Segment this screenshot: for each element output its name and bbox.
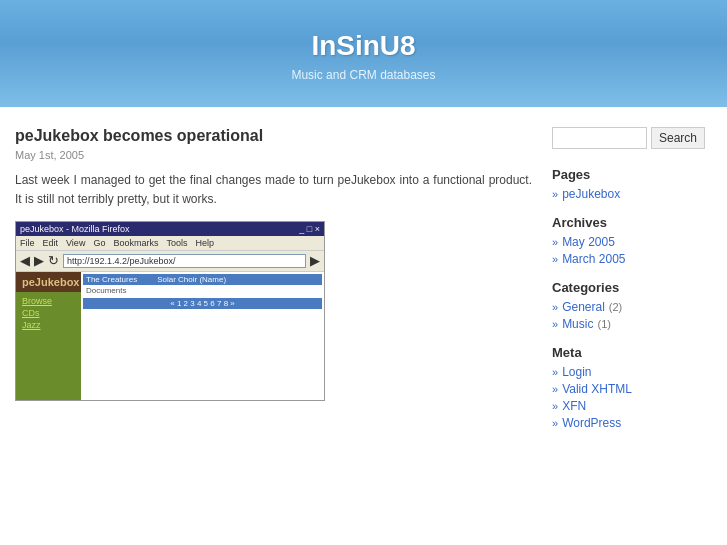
pagination: « 1 2 3 4 5 6 7 8 » [83, 298, 322, 309]
meta-label-login: Login [562, 365, 591, 379]
archive-label-mar: March 2005 [562, 252, 625, 266]
app-right-panel: The Creatures Solar Choir (Name) Documen… [81, 272, 324, 401]
page-wrapper: InSinU8 Music and CRM databases peJukebo… [0, 0, 727, 545]
app-left-panel: peJukebox Browse CDs Jazz [16, 272, 81, 401]
menu-tools: Tools [166, 238, 187, 248]
back-icon: ◀ [20, 253, 30, 269]
category-link-music[interactable]: Music (1) [552, 317, 712, 331]
screenshot-menubar: File Edit View Go Bookmarks Tools Help [16, 236, 324, 251]
forward-icon: ▶ [34, 253, 44, 269]
pages-title: Pages [552, 167, 712, 182]
category-link-general[interactable]: General (2) [552, 300, 712, 314]
blog-post: peJukebox becomes operational May 1st, 2… [15, 127, 532, 401]
meta-section: Meta Login Valid XHTML XFN WordPress [552, 345, 712, 430]
archive-link-may2005[interactable]: May 2005 [552, 235, 712, 249]
table-header: The Creatures Solar Choir (Name) [83, 274, 322, 285]
category-label-general: General [562, 300, 605, 314]
category-count-general: (2) [609, 301, 622, 313]
app-name: peJukebox [16, 272, 81, 292]
archives-title: Archives [552, 215, 712, 230]
nav-jazz: Jazz [22, 320, 75, 330]
screenshot-close-buttons: _ □ × [299, 224, 320, 234]
screenshot-titlebar: peJukebox - Mozilla Firefox _ □ × [16, 222, 324, 236]
content-area: peJukebox becomes operational May 1st, 2… [0, 107, 727, 464]
search-input[interactable] [552, 127, 647, 149]
post-screenshot: peJukebox - Mozilla Firefox _ □ × File E… [15, 221, 325, 401]
page-link-pejukebox[interactable]: peJukebox [552, 187, 712, 201]
menu-bookmarks: Bookmarks [113, 238, 158, 248]
site-subtitle: Music and CRM databases [20, 68, 707, 82]
app-nav: Browse CDs Jazz [16, 292, 81, 336]
categories-title: Categories [552, 280, 712, 295]
pages-section: Pages peJukebox [552, 167, 712, 201]
go-icon: ▶ [310, 253, 320, 269]
meta-link-xhtml[interactable]: Valid XHTML [552, 382, 712, 396]
address-input [63, 254, 306, 268]
archives-section: Archives May 2005 March 2005 [552, 215, 712, 266]
site-header: InSinU8 Music and CRM databases [0, 0, 727, 107]
menu-view: View [66, 238, 85, 248]
screenshot-addressbar: ◀ ▶ ↻ ▶ [16, 251, 324, 272]
meta-link-wordpress[interactable]: WordPress [552, 416, 712, 430]
main-content: peJukebox becomes operational May 1st, 2… [15, 127, 532, 444]
post-date: May 1st, 2005 [15, 149, 532, 161]
col-creatures: The Creatures [86, 275, 137, 284]
menu-help: Help [195, 238, 214, 248]
search-widget: Search [552, 127, 712, 149]
archive-link-mar2005[interactable]: March 2005 [552, 252, 712, 266]
category-label-music: Music [562, 317, 593, 331]
post-title: peJukebox becomes operational [15, 127, 532, 145]
category-count-music: (1) [597, 318, 610, 330]
site-title: InSinU8 [20, 30, 707, 62]
screenshot-title: peJukebox - Mozilla Firefox [20, 224, 130, 234]
meta-title: Meta [552, 345, 712, 360]
page-link-label: peJukebox [562, 187, 620, 201]
meta-link-login[interactable]: Login [552, 365, 712, 379]
nav-browse: Browse [22, 296, 75, 306]
menu-go: Go [93, 238, 105, 248]
meta-label-xfn: XFN [562, 399, 586, 413]
menu-file: File [20, 238, 35, 248]
meta-link-xfn[interactable]: XFN [552, 399, 712, 413]
menu-edit: Edit [43, 238, 59, 248]
archive-label-may: May 2005 [562, 235, 615, 249]
screenshot-body: peJukebox Browse CDs Jazz The Creatures … [16, 272, 324, 401]
nav-cds: CDs [22, 308, 75, 318]
search-button[interactable]: Search [651, 127, 705, 149]
reload-icon: ↻ [48, 253, 59, 269]
meta-label-wordpress: WordPress [562, 416, 621, 430]
col-solar: Solar Choir (Name) [157, 275, 226, 284]
categories-section: Categories General (2) Music (1) [552, 280, 712, 331]
sidebar: Search Pages peJukebox Archives May 2005… [552, 127, 712, 444]
meta-label-xhtml: Valid XHTML [562, 382, 632, 396]
table-subtext: Documents [83, 285, 322, 296]
post-content: Last week I managed to get the final cha… [15, 171, 532, 209]
